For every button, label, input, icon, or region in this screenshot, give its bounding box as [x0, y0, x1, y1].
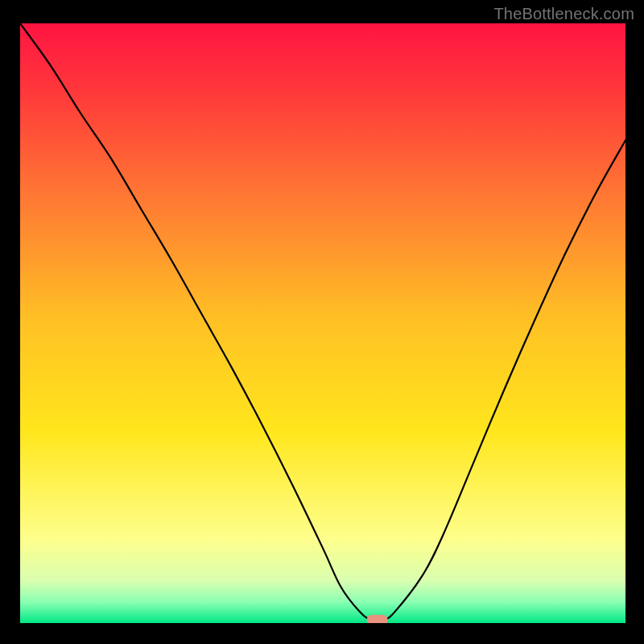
plot-area — [20, 23, 625, 623]
chart-frame: TheBottleneck.com — [0, 0, 644, 644]
watermark-text: TheBottleneck.com — [493, 5, 634, 23]
minimum-marker — [367, 615, 388, 623]
gradient-background — [20, 23, 625, 623]
plot-svg — [20, 23, 625, 623]
